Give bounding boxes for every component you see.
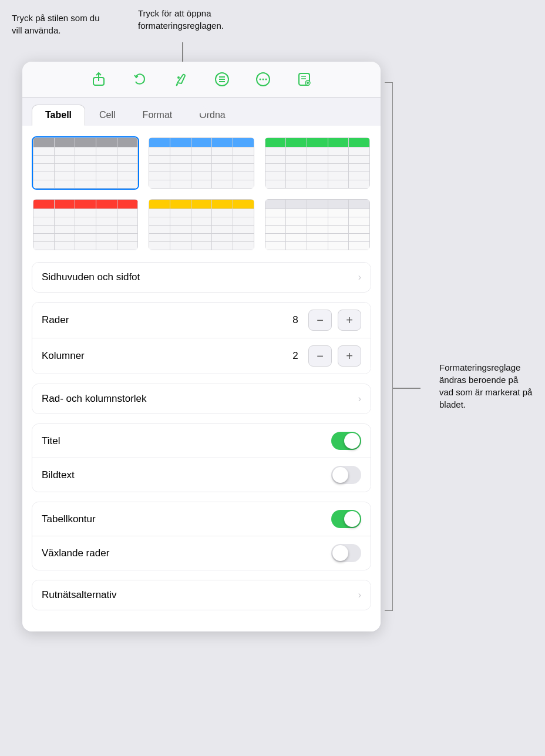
undo-icon[interactable] — [130, 70, 149, 89]
rader-label: Rader — [42, 314, 69, 326]
share-icon[interactable] — [89, 70, 108, 89]
kolumner-label: Kolumner — [42, 350, 85, 362]
tooltip-left: Tryck på stilen som du vill använda. — [12, 12, 112, 36]
annotation-line-2 — [392, 388, 420, 389]
vaxlande-toggle[interactable] — [331, 544, 361, 562]
sheet-icon[interactable] — [295, 70, 314, 89]
titel-knob — [344, 433, 360, 449]
grid-options-section: Rutnätsalternativ › — [32, 580, 371, 610]
headers-footer-chevron: › — [358, 272, 361, 283]
content-area: Sidhuvuden och sidfot › Rader 8 − + Kolu… — [22, 126, 381, 631]
kolumner-value: 2 — [288, 350, 302, 362]
tooltip-center: Tryck för att öppna formateringsreglagen… — [138, 7, 244, 32]
grid-options-label: Rutnätsalternativ — [42, 589, 117, 601]
svg-point-2 — [177, 76, 180, 79]
vaxlande-label: Växlande rader — [42, 547, 109, 559]
steppers-section: Rader 8 − + Kolumner 2 − + — [32, 302, 371, 374]
more-icon[interactable] — [254, 70, 272, 89]
headers-footer-label: Sidhuvuden och sidfot — [42, 271, 140, 283]
titel-row: Titel — [32, 424, 371, 458]
row-col-size-label: Rad- och kolumnstorlek — [42, 393, 147, 405]
rader-controls: 8 − + — [288, 310, 361, 331]
table-style-gray[interactable] — [32, 136, 139, 190]
kolumner-decrement[interactable]: − — [308, 345, 332, 367]
tooltip-right: Formateringsreglage ändras beroende på v… — [439, 361, 533, 411]
toolbar — [22, 62, 381, 98]
tabellkontur-knob — [344, 511, 360, 527]
table-style-blue[interactable] — [147, 136, 255, 190]
titel-toggle[interactable] — [331, 432, 361, 450]
headers-footer-row[interactable]: Sidhuvuden och sidfot › — [32, 263, 371, 292]
format-icon[interactable] — [171, 70, 190, 89]
tab-format[interactable]: Format — [130, 105, 186, 126]
table-style-yellow[interactable] — [147, 198, 255, 251]
grid-options-chevron: › — [358, 590, 361, 600]
vaxlande-knob — [332, 545, 348, 561]
row-col-size-row[interactable]: Rad- och kolumnstorlek › — [32, 384, 371, 414]
tab-tabell[interactable]: Tabell — [32, 105, 85, 126]
bildtext-label: Bildtext — [42, 469, 75, 481]
tab-cell[interactable]: Cell — [86, 105, 129, 126]
rader-decrement[interactable]: − — [308, 310, 332, 331]
svg-point-9 — [263, 79, 264, 80]
table-style-red[interactable] — [32, 198, 139, 251]
row-col-size-section: Rad- och kolumnstorlek › — [32, 384, 371, 414]
annotation-bracket — [385, 82, 393, 611]
tabellkontur-toggle[interactable] — [331, 510, 361, 528]
tabellkontur-row: Tabellkontur — [32, 502, 371, 536]
kolumner-increment[interactable]: + — [338, 345, 361, 367]
bildtext-toggle[interactable] — [331, 466, 361, 484]
table-style-green[interactable] — [264, 136, 371, 190]
svg-point-10 — [265, 79, 267, 80]
table-styles-grid — [32, 136, 371, 251]
row-col-size-chevron: › — [358, 394, 361, 404]
rader-increment[interactable]: + — [338, 310, 361, 331]
tabellkontur-label: Tabellkontur — [42, 513, 96, 525]
vaxlande-row: Växlande rader — [32, 536, 371, 570]
headers-footer-section: Sidhuvuden och sidfot › — [32, 262, 371, 293]
main-panel: Tabell Cell Format Ordna — [22, 62, 381, 631]
svg-point-13 — [307, 82, 309, 84]
toggle-section-2: Tabellkontur Växlande rader — [32, 502, 371, 570]
rader-row: Rader 8 − + — [32, 303, 371, 338]
grid-options-row[interactable]: Rutnätsalternativ › — [32, 580, 371, 610]
rader-value: 8 — [288, 314, 302, 326]
toggle-section-1: Titel Bildtext — [32, 424, 371, 492]
bildtext-knob — [332, 467, 348, 483]
svg-point-8 — [260, 79, 261, 80]
titel-label: Titel — [42, 435, 60, 447]
tab-ordna[interactable]: Ordna — [186, 105, 238, 126]
bildtext-row: Bildtext — [32, 458, 371, 492]
panel-pointer — [196, 105, 210, 113]
filter-icon[interactable] — [213, 70, 231, 89]
table-style-plain[interactable] — [264, 198, 371, 251]
kolumner-row: Kolumner 2 − + — [32, 338, 371, 374]
kolumner-controls: 2 − + — [288, 345, 361, 367]
